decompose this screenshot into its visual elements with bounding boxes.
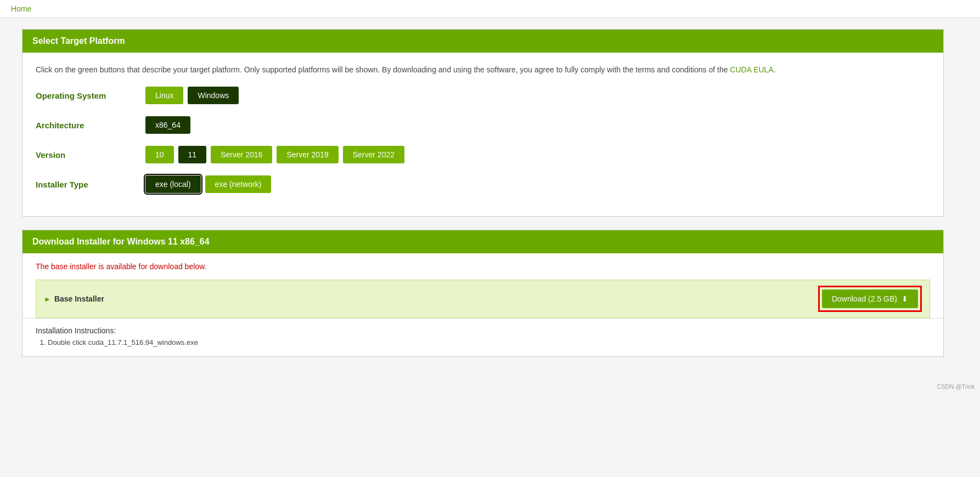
version-btn-group: 10 11 Server 2016 Server 2019 Server 202… bbox=[145, 146, 404, 163]
os-linux-button[interactable]: Linux bbox=[145, 87, 183, 104]
select-platform-header: Select Target Platform bbox=[22, 30, 943, 53]
select-platform-panel: Select Target Platform Click on the gree… bbox=[22, 29, 944, 217]
instruction-item-1: Double click cuda_11.7.1_516.94_windows.… bbox=[48, 338, 930, 347]
arch-label: Architecture bbox=[36, 121, 145, 130]
os-label: Operating System bbox=[36, 91, 145, 100]
top-nav: Home bbox=[0, 0, 980, 18]
instructions-list: Double click cuda_11.7.1_516.94_windows.… bbox=[36, 338, 930, 347]
os-row: Operating System Linux Windows bbox=[36, 87, 930, 104]
version-server2019-button[interactable]: Server 2019 bbox=[277, 146, 338, 163]
instructions-title: Installation Instructions: bbox=[36, 326, 930, 335]
os-windows-button[interactable]: Windows bbox=[188, 87, 239, 104]
description-text: Click on the green buttons that describe… bbox=[36, 64, 930, 76]
download-note: The base installer is available for down… bbox=[36, 262, 930, 271]
download-button-label: Download (2.5 GB) bbox=[832, 294, 897, 303]
os-btn-group: Linux Windows bbox=[145, 87, 239, 104]
arch-row: Architecture x86_64 bbox=[36, 116, 930, 134]
installer-exe-local-button[interactable]: exe (local) bbox=[145, 175, 201, 193]
download-icon: ⬇ bbox=[902, 294, 908, 303]
page-content: Select Target Platform Click on the gree… bbox=[0, 18, 966, 381]
download-button[interactable]: Download (2.5 GB) ⬇ bbox=[822, 289, 918, 308]
base-installer-label: ► Base Installer bbox=[44, 294, 104, 303]
select-platform-body: Click on the green buttons that describe… bbox=[22, 53, 943, 216]
base-installer-row: ► Base Installer Download (2.5 GB) ⬇ bbox=[36, 280, 930, 318]
download-panel-body: The base installer is available for down… bbox=[22, 253, 943, 318]
arch-x86-button[interactable]: x86_64 bbox=[145, 116, 190, 134]
instructions-area: Installation Instructions: Double click … bbox=[22, 318, 943, 356]
chevron-right-icon: ► bbox=[44, 295, 51, 303]
version-server2016-button[interactable]: Server 2016 bbox=[211, 146, 272, 163]
installer-type-row: Installer Type exe (local) exe (network) bbox=[36, 175, 930, 193]
page-footer: CSDN @Trick bbox=[0, 381, 980, 392]
home-link[interactable]: Home bbox=[11, 4, 31, 13]
cuda-eula-link[interactable]: CUDA EULA bbox=[730, 65, 773, 74]
version-10-button[interactable]: 10 bbox=[145, 146, 174, 163]
version-row: Version 10 11 Server 2016 Server 2019 Se… bbox=[36, 146, 930, 163]
version-label: Version bbox=[36, 150, 145, 160]
arch-btn-group: x86_64 bbox=[145, 116, 190, 134]
version-server2022-button[interactable]: Server 2022 bbox=[343, 146, 404, 163]
download-panel-header: Download Installer for Windows 11 x86_64 bbox=[22, 230, 943, 253]
version-11-button[interactable]: 11 bbox=[178, 146, 207, 163]
download-btn-highlight: Download (2.5 GB) ⬇ bbox=[818, 286, 922, 312]
installer-exe-network-button[interactable]: exe (network) bbox=[205, 175, 272, 193]
installer-type-label: Installer Type bbox=[36, 180, 145, 189]
download-panel: Download Installer for Windows 11 x86_64… bbox=[22, 230, 944, 357]
installer-type-btn-group: exe (local) exe (network) bbox=[145, 175, 271, 193]
